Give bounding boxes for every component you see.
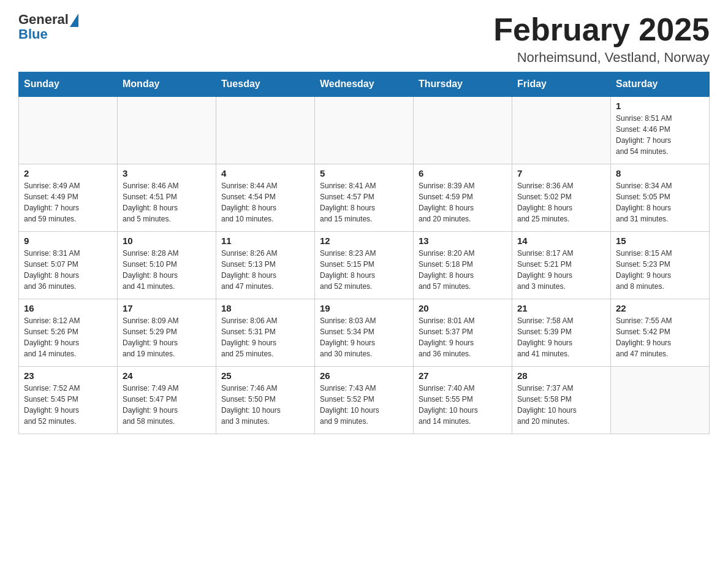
calendar-table: Sunday Monday Tuesday Wednesday Thursday… [18,72,710,434]
day-info: Sunrise: 8:46 AM Sunset: 4:51 PM Dayligh… [123,180,211,224]
day-info: Sunrise: 8:28 AM Sunset: 5:10 PM Dayligh… [123,248,211,292]
header-tuesday: Tuesday [216,72,315,97]
day-info: Sunrise: 8:17 AM Sunset: 5:21 PM Dayligh… [517,248,605,292]
calendar-cell [315,96,414,164]
header-sunday: Sunday [19,72,118,97]
day-number: 14 [517,236,605,246]
day-number: 9 [24,236,112,246]
calendar-week-row: 9Sunrise: 8:31 AM Sunset: 5:07 PM Daylig… [19,231,710,299]
weekday-header-row: Sunday Monday Tuesday Wednesday Thursday… [19,72,710,97]
calendar-cell: 16Sunrise: 8:12 AM Sunset: 5:26 PM Dayli… [19,299,118,366]
title-block: February 2025 Norheimsund, Vestland, Nor… [493,12,710,66]
header-monday: Monday [118,72,216,97]
calendar-cell: 14Sunrise: 8:17 AM Sunset: 5:21 PM Dayli… [512,231,611,299]
calendar-cell: 27Sunrise: 7:40 AM Sunset: 5:55 PM Dayli… [414,366,512,434]
calendar-cell: 20Sunrise: 8:01 AM Sunset: 5:37 PM Dayli… [414,299,512,366]
day-number: 7 [517,168,605,178]
calendar-cell: 26Sunrise: 7:43 AM Sunset: 5:52 PM Dayli… [315,366,414,434]
day-number: 2 [24,168,112,178]
calendar-cell: 5Sunrise: 8:41 AM Sunset: 4:57 PM Daylig… [315,164,414,231]
day-number: 8 [616,168,704,178]
day-number: 4 [221,168,309,178]
header-friday: Friday [512,72,611,97]
calendar-cell: 12Sunrise: 8:23 AM Sunset: 5:15 PM Dayli… [315,231,414,299]
day-info: Sunrise: 8:20 AM Sunset: 5:18 PM Dayligh… [419,248,507,292]
day-number: 22 [616,303,704,313]
day-info: Sunrise: 7:37 AM Sunset: 5:58 PM Dayligh… [517,383,605,427]
calendar-week-row: 1Sunrise: 8:51 AM Sunset: 4:46 PM Daylig… [19,96,710,164]
calendar-cell: 19Sunrise: 8:03 AM Sunset: 5:34 PM Dayli… [315,299,414,366]
day-info: Sunrise: 7:46 AM Sunset: 5:50 PM Dayligh… [221,383,309,427]
day-number: 17 [123,303,211,313]
day-info: Sunrise: 7:52 AM Sunset: 5:45 PM Dayligh… [24,383,112,427]
calendar-cell: 3Sunrise: 8:46 AM Sunset: 4:51 PM Daylig… [118,164,216,231]
calendar-cell: 4Sunrise: 8:44 AM Sunset: 4:54 PM Daylig… [216,164,315,231]
day-info: Sunrise: 8:41 AM Sunset: 4:57 PM Dayligh… [320,180,408,224]
day-info: Sunrise: 8:36 AM Sunset: 5:02 PM Dayligh… [517,180,605,224]
day-info: Sunrise: 8:12 AM Sunset: 5:26 PM Dayligh… [24,315,112,359]
calendar-cell: 23Sunrise: 7:52 AM Sunset: 5:45 PM Dayli… [19,366,118,434]
calendar-cell: 6Sunrise: 8:39 AM Sunset: 4:59 PM Daylig… [414,164,512,231]
day-info: Sunrise: 7:43 AM Sunset: 5:52 PM Dayligh… [320,383,408,427]
header-wednesday: Wednesday [315,72,414,97]
day-info: Sunrise: 8:06 AM Sunset: 5:31 PM Dayligh… [221,315,309,359]
day-info: Sunrise: 7:49 AM Sunset: 5:47 PM Dayligh… [123,383,211,427]
day-info: Sunrise: 8:51 AM Sunset: 4:46 PM Dayligh… [616,113,704,157]
calendar-cell: 13Sunrise: 8:20 AM Sunset: 5:18 PM Dayli… [414,231,512,299]
day-info: Sunrise: 8:23 AM Sunset: 5:15 PM Dayligh… [320,248,408,292]
day-number: 28 [517,370,605,381]
calendar-cell [216,96,315,164]
day-number: 21 [517,303,605,313]
calendar-cell: 11Sunrise: 8:26 AM Sunset: 5:13 PM Dayli… [216,231,315,299]
calendar-cell: 18Sunrise: 8:06 AM Sunset: 5:31 PM Dayli… [216,299,315,366]
calendar-cell [414,96,512,164]
calendar-cell [118,96,216,164]
day-info: Sunrise: 8:31 AM Sunset: 5:07 PM Dayligh… [24,248,112,292]
day-number: 23 [24,370,112,381]
logo-text: General Blue [18,12,69,42]
calendar-cell: 24Sunrise: 7:49 AM Sunset: 5:47 PM Dayli… [118,366,216,434]
day-number: 5 [320,168,408,178]
day-info: Sunrise: 8:15 AM Sunset: 5:23 PM Dayligh… [616,248,704,292]
calendar-cell [19,96,118,164]
day-number: 10 [123,236,211,246]
day-info: Sunrise: 8:01 AM Sunset: 5:37 PM Dayligh… [419,315,507,359]
day-number: 13 [419,236,507,246]
day-number: 15 [616,236,704,246]
page-header: General Blue February 2025 Norheimsund, … [18,12,710,66]
day-info: Sunrise: 8:44 AM Sunset: 4:54 PM Dayligh… [221,180,309,224]
day-info: Sunrise: 7:55 AM Sunset: 5:42 PM Dayligh… [616,315,704,359]
day-info: Sunrise: 8:49 AM Sunset: 4:49 PM Dayligh… [24,180,112,224]
day-info: Sunrise: 7:40 AM Sunset: 5:55 PM Dayligh… [419,383,507,427]
header-thursday: Thursday [414,72,512,97]
calendar-cell [512,96,611,164]
calendar-cell: 1Sunrise: 8:51 AM Sunset: 4:46 PM Daylig… [611,96,710,164]
day-number: 1 [616,101,704,111]
day-number: 6 [419,168,507,178]
day-info: Sunrise: 8:39 AM Sunset: 4:59 PM Dayligh… [419,180,507,224]
calendar-cell: 9Sunrise: 8:31 AM Sunset: 5:07 PM Daylig… [19,231,118,299]
day-info: Sunrise: 8:26 AM Sunset: 5:13 PM Dayligh… [221,248,309,292]
day-number: 16 [24,303,112,313]
day-number: 20 [419,303,507,313]
calendar-cell: 28Sunrise: 7:37 AM Sunset: 5:58 PM Dayli… [512,366,611,434]
day-info: Sunrise: 8:34 AM Sunset: 5:05 PM Dayligh… [616,180,704,224]
day-number: 24 [123,370,211,381]
day-number: 18 [221,303,309,313]
calendar-cell [611,366,710,434]
calendar-cell: 15Sunrise: 8:15 AM Sunset: 5:23 PM Dayli… [611,231,710,299]
day-info: Sunrise: 8:03 AM Sunset: 5:34 PM Dayligh… [320,315,408,359]
calendar-cell: 2Sunrise: 8:49 AM Sunset: 4:49 PM Daylig… [19,164,118,231]
calendar-cell: 7Sunrise: 8:36 AM Sunset: 5:02 PM Daylig… [512,164,611,231]
day-number: 19 [320,303,408,313]
month-title: February 2025 [493,12,710,47]
location-text: Norheimsund, Vestland, Norway [493,50,710,66]
calendar-week-row: 2Sunrise: 8:49 AM Sunset: 4:49 PM Daylig… [19,164,710,231]
header-saturday: Saturday [611,72,710,97]
day-number: 25 [221,370,309,381]
calendar-cell: 25Sunrise: 7:46 AM Sunset: 5:50 PM Dayli… [216,366,315,434]
calendar-week-row: 23Sunrise: 7:52 AM Sunset: 5:45 PM Dayli… [19,366,710,434]
logo: General Blue [18,12,78,42]
day-number: 26 [320,370,408,381]
logo-general: General [18,12,69,27]
